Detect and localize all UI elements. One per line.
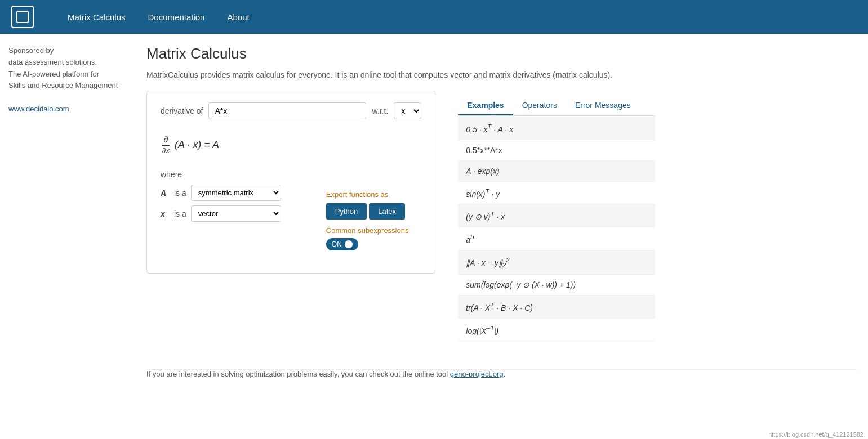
example-formula-6: ab [466, 233, 474, 244]
statusbar: https://blog.csdn.net/q_412121582 [764, 430, 868, 439]
company-line2: The AI-powered platform for [8, 69, 127, 80]
export-label: Export functions as [326, 190, 409, 199]
description: MatrixCalculus provides matrix calculus … [146, 70, 857, 79]
calculator-box: derivative of w.r.t. x A y w ∂ [146, 91, 435, 274]
var-name-A: A [161, 189, 170, 198]
sidebar-website-link[interactable]: www.decidalo.com [8, 105, 69, 113]
example-formula-8: sum(log(exp(−y ⊙ (X · w)) + 1)) [466, 280, 576, 289]
examples-list: 0.5 · xT · A · x 0.5*x**A*x A · exp(x) s… [458, 117, 655, 341]
var-type-select-A[interactable]: symmetric matrix matrix scalar vector ro… [191, 185, 281, 201]
bottom-content: A is a symmetric matrix matrix scalar ve… [161, 185, 421, 250]
example-item-9[interactable]: tr(A · XT · B · X · C) [458, 295, 655, 319]
tab-error-messages[interactable]: Error Messages [566, 96, 640, 115]
footer: If you are interested in solving optimiz… [146, 369, 857, 378]
derivative-of-label: derivative of [161, 106, 203, 115]
example-item-5[interactable]: (y ⊙ v)T · x [458, 204, 655, 227]
toggle-circle [345, 240, 353, 248]
latex-button[interactable]: Latex [369, 203, 405, 220]
where-section: where A is a symmetric matrix matrix sca… [161, 170, 421, 250]
sidebar: Sponsored by data assessment solutions. … [0, 34, 135, 439]
python-button[interactable]: Python [326, 203, 367, 220]
description-text: MatrixCalculus provides matrix calculus … [146, 70, 612, 79]
example-item-3[interactable]: A · exp(x) [458, 161, 655, 182]
nav-matrix-calculus[interactable]: Matrix Calculus [68, 12, 126, 22]
main-content: Matrix Calculus MatrixCalculus provides … [135, 34, 868, 439]
footer-link[interactable]: geno-project.org [450, 370, 504, 378]
example-item-4[interactable]: sin(x)T · y [458, 182, 655, 205]
page-wrapper: Sponsored by data assessment solutions. … [0, 34, 868, 439]
expression-input[interactable] [208, 102, 366, 119]
company-line3: Skills and Resource Management [8, 80, 127, 92]
toggle-row: ON [326, 238, 409, 250]
toggle-button[interactable]: ON [326, 238, 358, 250]
example-item-2[interactable]: 0.5*x**A*x [458, 140, 655, 161]
result-formula: ∂ ∂x (A · x) = A [161, 135, 219, 155]
input-row: derivative of w.r.t. x A y w [161, 102, 421, 119]
example-formula-4: sin(x)T · y [466, 187, 500, 199]
toggle-on-label: ON [332, 240, 342, 248]
page-title: Matrix Calculus [146, 45, 857, 62]
example-formula-5: (y ⊙ v)T · x [466, 210, 505, 221]
common-subexpr-label: Common subexpressions [326, 226, 409, 235]
sponsored-by-label: Sponsored by [8, 45, 127, 57]
logo-inner [16, 11, 29, 23]
var-row-x: x is a vector matrix scalar row vector s… [161, 205, 281, 222]
example-formula-2: 0.5*x**A*x [466, 146, 502, 155]
tab-operators[interactable]: Operators [513, 96, 566, 115]
var-row-A: A is a symmetric matrix matrix scalar ve… [161, 185, 281, 201]
where-label: where [161, 170, 421, 179]
nav-about[interactable]: About [227, 12, 249, 22]
example-formula-3: A · exp(x) [466, 167, 499, 176]
example-formula-10: log(|X−1|) [466, 324, 498, 335]
wrt-select[interactable]: x A y w [394, 102, 421, 119]
export-section: Export functions as Python Latex Common … [326, 190, 409, 250]
example-item-7[interactable]: ‖A · x − y‖22 [458, 250, 655, 275]
example-formula-7: ‖A · x − y‖22 [466, 256, 509, 268]
example-item-10[interactable]: log(|X−1|) [458, 319, 655, 342]
example-item-6[interactable]: ab [458, 227, 655, 250]
var-is-a-x: is a [174, 209, 186, 218]
var-name-x: x [161, 209, 170, 218]
nav-documentation[interactable]: Documentation [148, 12, 205, 22]
footer-text-before: If you are interested in solving optimiz… [146, 370, 450, 378]
wrt-label: w.r.t. [372, 106, 388, 115]
panel-tabs: Examples Operators Error Messages [458, 96, 655, 116]
navbar: Matrix Calculus Documentation About [0, 0, 868, 34]
footer-text-after: . [504, 370, 506, 378]
tab-examples[interactable]: Examples [458, 96, 513, 115]
var-type-select-x[interactable]: vector matrix scalar row vector symmetri… [191, 205, 281, 222]
right-panel: Examples Operators Error Messages 0.5 · … [447, 91, 655, 352]
logo[interactable] [11, 6, 34, 28]
export-buttons: Python Latex [326, 203, 409, 220]
var-is-a-A: is a [174, 189, 186, 198]
vars-export: A is a symmetric matrix matrix scalar ve… [161, 185, 281, 226]
example-item-1[interactable]: 0.5 · xT · A · x [458, 117, 655, 140]
result-area: ∂ ∂x (A · x) = A [161, 131, 421, 159]
company-line1: data assessment solutions. [8, 57, 127, 69]
example-formula-9: tr(A · XT · B · X · C) [466, 301, 533, 312]
example-formula-1: 0.5 · xT · A · x [466, 123, 513, 134]
example-item-8[interactable]: sum(log(exp(−y ⊙ (X · w)) + 1)) [458, 275, 655, 295]
